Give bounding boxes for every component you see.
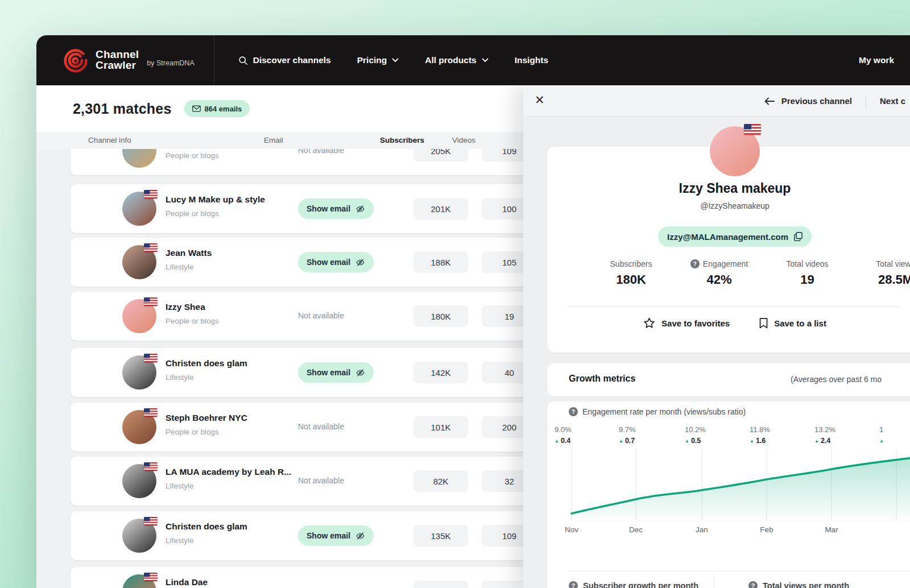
card-divider (569, 571, 910, 572)
channel-name: Linda Dae (166, 577, 208, 587)
subscribers-pill (413, 581, 468, 588)
channel-handle: @IzzySheamakeup (547, 201, 910, 210)
email-status: Not available (298, 311, 344, 320)
column-channel-info: Channel info (88, 136, 131, 144)
chart-delta-label: ▲2.4 (814, 437, 860, 445)
channel-email-button[interactable]: Izzy@MALAmanagement.com (658, 226, 812, 247)
nav-item-pricing[interactable]: Pricing (357, 55, 399, 65)
nav-item-insights[interactable]: Insights (515, 55, 548, 65)
channel-name: Steph Boehrer NYC (166, 413, 247, 423)
table-row[interactable]: Izzy Shea People or blogs Not available … (71, 292, 548, 341)
column-videos[interactable]: Videos (452, 136, 475, 144)
close-icon[interactable]: ✕ (535, 93, 545, 107)
table-row[interactable]: Christen does glam Lifestyle Show email … (71, 348, 548, 397)
chart-delta-label: ▲0.7 (619, 437, 664, 445)
stat-subscribers: Subscribers 180K (587, 259, 675, 287)
growth-chart-card: ? Engagement rate per month (views/subs … (547, 401, 910, 588)
channel-category: People or blogs (166, 209, 219, 218)
channel-crawler-spiral-icon (63, 47, 89, 73)
stat-engagement: ?Engagement 42% (675, 259, 763, 287)
copy-icon (794, 232, 803, 241)
avatar (122, 355, 156, 390)
help-icon[interactable]: ? (690, 259, 700, 268)
star-icon (643, 317, 655, 329)
chart-delta-label: ▲0.5 (685, 437, 730, 445)
subscribers-pill: 82K (413, 470, 468, 492)
eye-off-icon (355, 258, 365, 267)
profile-avatar (710, 126, 760, 176)
show-email-button[interactable]: Show email (298, 252, 374, 272)
help-icon[interactable]: ? (569, 407, 578, 416)
chart-value-label: 11.8% (750, 425, 795, 434)
help-icon[interactable]: ? (748, 581, 758, 588)
subscribers-pill: 180K (413, 305, 468, 327)
subscriber-growth-section-title: ? Subscriber growth per month (569, 581, 698, 588)
show-email-button[interactable]: Show email (298, 362, 374, 383)
column-divider (714, 575, 714, 588)
stats-row: Subscribers 180K ?Engagement 42% Total v… (587, 259, 910, 287)
card-divider (568, 306, 900, 307)
channel-category: People or blogs (166, 428, 219, 436)
column-subscribers[interactable]: Subscribers (380, 136, 424, 144)
column-email: Email (264, 136, 283, 144)
emails-badge: 864 emails (184, 100, 250, 117)
chart-delta-label: ▲ (879, 437, 910, 445)
chart-month-label: Nov (555, 525, 589, 534)
avatar (122, 192, 156, 226)
chart-month-label: Mar (814, 525, 849, 534)
channel-title: Izzy Shea makeup (547, 181, 910, 196)
bookmark-icon (759, 318, 768, 329)
avatar (122, 519, 156, 553)
table-row[interactable]: Steph Boehrer NYC People or blogs Not av… (71, 403, 548, 452)
chart-value-label: 13.2% (814, 425, 860, 434)
show-email-button[interactable]: Show email (298, 525, 374, 546)
channel-name: Christen does glam (166, 521, 247, 532)
chart-value-label: 9.7% (619, 425, 664, 434)
subscribers-pill: 135K (413, 525, 468, 546)
search-icon (238, 56, 248, 65)
table-row[interactable]: Christen does glam Lifestyle Show email … (71, 511, 548, 560)
chevron-down-icon (392, 58, 399, 63)
us-flag-icon (144, 354, 158, 362)
nav-item-discover-channels[interactable]: Discover channels (238, 55, 331, 65)
table-row[interactable]: LA MUA academy by Leah R... Lifestyle No… (71, 457, 548, 506)
show-email-button[interactable]: Show email (298, 198, 374, 219)
channel-name: Christen does glam (166, 358, 247, 368)
chart-value-label: 1 (879, 425, 910, 434)
save-to-favorites-button[interactable]: Save to favorites (643, 317, 730, 329)
stat-total-views: Total views 28.5M (851, 259, 910, 287)
help-icon[interactable]: ? (569, 581, 578, 588)
chart-value-label: 9.0% (555, 425, 600, 434)
next-channel-button[interactable]: Next c (880, 96, 905, 106)
envelope-icon (192, 105, 201, 112)
previous-channel-button[interactable]: Previous channel (764, 96, 852, 106)
chart-month-label: Jan (685, 525, 719, 534)
table-row[interactable]: Jean Watts Lifestyle Show email 188K 105 (71, 238, 548, 287)
eye-off-icon (355, 368, 365, 378)
us-flag-icon (144, 243, 158, 252)
growth-metrics-title: Growth metrics (569, 374, 635, 384)
total-views-section-title: ? Total views per month (748, 581, 849, 588)
eye-off-icon (355, 204, 365, 214)
channel-name: LA MUA academy by Leah R... (166, 467, 291, 477)
pager-divider (866, 94, 866, 109)
email-status: Not available (298, 422, 344, 431)
us-flag-icon (144, 573, 158, 581)
us-flag-icon (144, 462, 158, 471)
channel-detail-panel: ✕ Previous channel Next c Izzy Shea make… (523, 85, 910, 588)
us-flag-icon (144, 190, 158, 198)
avatar (122, 299, 156, 333)
stat-total-videos: Total videos 19 (763, 259, 851, 287)
avatar (122, 574, 156, 588)
nav-item-my-workspace[interactable]: My work (859, 55, 894, 65)
growth-metrics-note: (Averages over past 6 mo (791, 375, 882, 384)
avatar (122, 410, 156, 444)
brand-logo[interactable]: Channel Crawler by StreamDNA (36, 47, 195, 73)
profile-card: Izzy Shea makeup @IzzySheamakeup Izzy@MA… (547, 147, 910, 353)
nav-item-all-products[interactable]: All products (425, 55, 488, 65)
save-to-list-button[interactable]: Save to a list (759, 317, 826, 329)
table-row[interactable]: Lucy M Make up & style People or blogs S… (71, 184, 548, 233)
matches-count: 2,301 matches (73, 101, 172, 117)
table-row[interactable]: Linda Dae (71, 567, 548, 588)
us-flag-icon (144, 408, 158, 417)
